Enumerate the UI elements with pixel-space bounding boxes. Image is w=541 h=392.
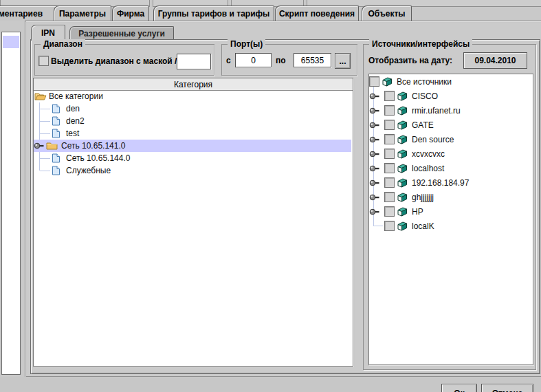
document-icon <box>52 129 60 139</box>
cancel-button[interactable]: Отмена <box>481 384 533 392</box>
source-checkbox[interactable] <box>384 177 395 188</box>
port-to-input[interactable] <box>294 53 331 67</box>
main-tab[interactable]: Группы тарифов и тарифы <box>153 6 274 21</box>
tree-toggle-icon[interactable] <box>369 151 380 157</box>
source-item-label: GATE <box>412 120 434 130</box>
category-tree-item[interactable]: Сеть 10.65.144.0 <box>34 152 351 164</box>
source-checkbox[interactable] <box>384 149 395 159</box>
port-from-label: с <box>226 56 231 65</box>
port-browse-button[interactable]: ... <box>335 53 351 69</box>
book-icon <box>396 120 408 130</box>
category-item-label: Сеть 10.65.144.0 <box>66 153 130 163</box>
source-tree-item[interactable]: ghjjjjjjj <box>369 190 531 204</box>
main-tab[interactable]: Объекты <box>362 6 412 21</box>
source-checkbox[interactable] <box>384 105 395 116</box>
source-item-label: Все источники <box>397 77 452 87</box>
book-icon <box>396 106 408 116</box>
port-from-input[interactable] <box>235 53 272 67</box>
source-item-label: CISCO <box>412 91 438 101</box>
source-checkbox[interactable] <box>384 206 395 217</box>
category-item-label: test <box>66 129 79 138</box>
tree-toggle-icon[interactable] <box>369 179 380 186</box>
book-icon <box>396 149 408 159</box>
source-item-label: localhost <box>412 164 444 173</box>
category-tree-item[interactable]: Сеть 10.65.141.0 <box>34 140 351 152</box>
tree-toggle-icon[interactable] <box>369 194 380 201</box>
ports-group-title: Порт(ы) <box>228 39 265 49</box>
category-item-label: den <box>66 104 80 113</box>
source-tree-item[interactable]: xcvxcvxc <box>369 146 531 161</box>
range-mask-checkbox-label: Выделить диапазон с маской / <box>51 56 177 66</box>
book-icon <box>381 77 393 87</box>
source-tree-item[interactable]: CISCO <box>369 89 531 103</box>
source-checkbox[interactable] <box>384 91 395 101</box>
category-item-label: Все категории <box>49 91 103 101</box>
tree-toggle-icon[interactable] <box>369 136 380 143</box>
source-item-label: HP <box>412 207 423 217</box>
category-item-label: den2 <box>66 116 85 126</box>
application-window: ментариевПараметрыФирмаГруппы тарифов и … <box>0 0 541 392</box>
source-tree-item[interactable]: localK <box>369 219 531 233</box>
source-tree-item[interactable]: localhost <box>369 161 531 175</box>
book-icon <box>396 207 408 217</box>
source-tree-item[interactable]: HP <box>369 204 531 219</box>
left-list-selected-item[interactable] <box>3 36 19 48</box>
category-tree-item[interactable]: den2 <box>34 115 351 127</box>
tree-toggle-icon[interactable] <box>34 142 45 149</box>
folder-open-icon <box>34 92 47 101</box>
category-tree-item[interactable]: Служебные <box>34 164 351 177</box>
document-icon <box>52 166 60 176</box>
source-tree-item[interactable]: Все источники <box>369 74 531 89</box>
book-icon <box>396 221 408 231</box>
main-tab[interactable]: Фирма <box>112 6 149 21</box>
folder-icon <box>46 142 58 151</box>
source-item-label: 192.168.184.97 <box>412 178 469 188</box>
source-checkbox[interactable] <box>384 221 395 231</box>
book-icon <box>396 91 408 101</box>
document-icon <box>52 153 60 164</box>
source-item-label: localK <box>412 221 434 231</box>
book-icon <box>396 135 408 144</box>
tree-toggle-icon[interactable] <box>369 93 380 100</box>
category-item-label: Служебные <box>66 166 111 175</box>
source-item-label: xcvxcvxc <box>412 149 445 159</box>
source-tree-item[interactable]: Den source <box>369 132 531 146</box>
tab-ipn[interactable]: IPN <box>31 25 65 41</box>
source-checkbox[interactable] <box>384 120 395 130</box>
category-tree-item[interactable]: test <box>34 127 351 140</box>
range-mask-input[interactable] <box>177 54 211 69</box>
sources-group-title: Источники/интерфейсы <box>369 39 472 49</box>
source-checkbox[interactable] <box>369 76 379 87</box>
category-tree-item[interactable]: den <box>34 102 351 115</box>
date-picker-button[interactable]: 09.04.2010 <box>463 52 527 69</box>
source-tree-item[interactable]: 192.168.184.97 <box>369 175 531 190</box>
book-icon <box>396 164 408 173</box>
tree-toggle-icon[interactable] <box>369 208 380 215</box>
tree-toggle-icon[interactable] <box>369 122 380 129</box>
source-tree-item[interactable]: GATE <box>369 118 531 132</box>
source-item-label: ghjjjjjjj <box>412 193 434 202</box>
book-icon <box>396 178 408 188</box>
source-checkbox[interactable] <box>384 192 395 202</box>
document-icon <box>52 104 60 114</box>
dialog-button-bar: Ок Отмена <box>0 377 541 392</box>
source-tree-item[interactable]: rmir.ufanet.ru <box>369 103 531 118</box>
source-checkbox[interactable] <box>384 134 395 144</box>
document-icon <box>52 116 60 127</box>
left-list-panel[interactable] <box>1 32 21 375</box>
tab-allowed-services[interactable]: Разрешенные услуги <box>69 26 174 40</box>
ok-button[interactable]: Ок <box>441 384 477 392</box>
category-column-header[interactable]: Категория <box>34 78 353 91</box>
main-tab[interactable]: Скрипт поведения <box>275 6 359 21</box>
main-tab[interactable]: Параметры <box>54 6 111 21</box>
category-tree-item[interactable]: Все категории <box>34 90 351 102</box>
show-on-date-label: Отобразить на дату: <box>368 56 452 65</box>
book-icon <box>396 193 408 202</box>
range-group-title: Диапазон <box>41 39 85 49</box>
source-item-label: rmir.ufanet.ru <box>412 106 461 116</box>
tree-toggle-icon[interactable] <box>369 165 380 172</box>
source-checkbox[interactable] <box>384 163 395 173</box>
range-mask-checkbox[interactable] <box>38 56 49 66</box>
tree-toggle-icon[interactable] <box>369 107 380 114</box>
category-item-label: Сеть 10.65.141.0 <box>61 141 125 151</box>
